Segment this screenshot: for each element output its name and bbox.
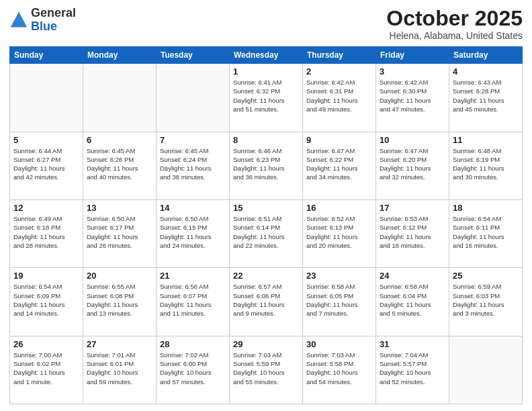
day-number: 2 xyxy=(306,66,372,77)
day-info: Sunrise: 6:50 AM Sunset: 6:15 PM Dayligh… xyxy=(160,214,226,250)
table-cell: 4Sunrise: 6:43 AM Sunset: 6:28 PM Daylig… xyxy=(449,64,523,132)
table-cell: 13Sunrise: 6:50 AM Sunset: 6:17 PM Dayli… xyxy=(83,199,157,267)
day-info: Sunrise: 7:01 AM Sunset: 6:01 PM Dayligh… xyxy=(87,351,152,386)
table-cell: 7Sunrise: 6:45 AM Sunset: 6:24 PM Daylig… xyxy=(157,132,230,199)
table-cell: 26Sunrise: 7:00 AM Sunset: 6:02 PM Dayli… xyxy=(10,336,83,404)
day-info: Sunrise: 6:54 AM Sunset: 6:11 PM Dayligh… xyxy=(453,214,519,250)
table-cell xyxy=(157,64,230,132)
table-cell: 29Sunrise: 7:03 AM Sunset: 5:59 PM Dayli… xyxy=(230,336,303,404)
table-cell: 3Sunrise: 6:42 AM Sunset: 6:30 PM Daylig… xyxy=(376,64,449,132)
table-cell: 15Sunrise: 6:51 AM Sunset: 6:14 PM Dayli… xyxy=(230,199,303,267)
day-info: Sunrise: 6:50 AM Sunset: 6:17 PM Dayligh… xyxy=(87,214,152,250)
day-info: Sunrise: 6:44 AM Sunset: 6:27 PM Dayligh… xyxy=(13,146,79,182)
day-number: 16 xyxy=(306,203,372,213)
month-title: October 2025 xyxy=(386,7,523,30)
logo: General Blue xyxy=(9,7,76,34)
day-info: Sunrise: 7:02 AM Sunset: 6:00 PM Dayligh… xyxy=(160,351,226,386)
day-info: Sunrise: 6:58 AM Sunset: 6:04 PM Dayligh… xyxy=(380,282,445,318)
table-cell xyxy=(449,336,523,404)
day-number: 13 xyxy=(87,203,152,213)
day-info: Sunrise: 6:47 AM Sunset: 6:20 PM Dayligh… xyxy=(380,146,445,182)
day-info: Sunrise: 6:45 AM Sunset: 6:26 PM Dayligh… xyxy=(87,146,152,182)
header: General Blue October 2025 Helena, Alabam… xyxy=(9,7,523,41)
table-cell: 1Sunrise: 6:41 AM Sunset: 6:32 PM Daylig… xyxy=(230,64,303,132)
location: Helena, Alabama, United States xyxy=(386,30,523,41)
page: General Blue October 2025 Helena, Alabam… xyxy=(0,0,532,411)
day-number: 8 xyxy=(233,135,299,145)
day-number: 19 xyxy=(13,271,79,281)
day-info: Sunrise: 6:43 AM Sunset: 6:28 PM Dayligh… xyxy=(453,78,519,113)
table-cell: 22Sunrise: 6:57 AM Sunset: 6:06 PM Dayli… xyxy=(230,268,303,336)
day-number: 25 xyxy=(453,271,519,281)
day-info: Sunrise: 6:46 AM Sunset: 6:23 PM Dayligh… xyxy=(233,146,299,182)
day-number: 22 xyxy=(233,271,299,281)
day-info: Sunrise: 7:00 AM Sunset: 6:02 PM Dayligh… xyxy=(13,351,79,386)
day-number: 21 xyxy=(160,271,226,281)
day-number: 24 xyxy=(380,271,445,281)
day-number: 3 xyxy=(380,66,445,77)
day-info: Sunrise: 6:51 AM Sunset: 6:14 PM Dayligh… xyxy=(233,214,299,250)
logo-text: General Blue xyxy=(31,7,76,34)
day-number: 6 xyxy=(87,135,152,145)
table-cell: 8Sunrise: 6:46 AM Sunset: 6:23 PM Daylig… xyxy=(230,132,303,199)
day-number: 7 xyxy=(160,135,226,145)
table-cell: 2Sunrise: 6:42 AM Sunset: 6:31 PM Daylig… xyxy=(303,64,376,132)
logo-icon xyxy=(9,11,28,30)
table-cell: 16Sunrise: 6:52 AM Sunset: 6:13 PM Dayli… xyxy=(303,199,376,267)
day-number: 12 xyxy=(13,203,79,213)
table-cell: 9Sunrise: 6:47 AM Sunset: 6:22 PM Daylig… xyxy=(303,132,376,199)
col-sunday: Sunday xyxy=(10,47,83,64)
col-monday: Monday xyxy=(83,47,157,64)
calendar-table: Sunday Monday Tuesday Wednesday Thursday… xyxy=(9,46,523,404)
day-info: Sunrise: 6:53 AM Sunset: 6:12 PM Dayligh… xyxy=(380,214,445,250)
table-cell xyxy=(83,64,157,132)
day-number: 29 xyxy=(233,339,299,349)
day-info: Sunrise: 6:47 AM Sunset: 6:22 PM Dayligh… xyxy=(306,146,372,182)
day-number: 31 xyxy=(380,339,445,349)
table-cell: 24Sunrise: 6:58 AM Sunset: 6:04 PM Dayli… xyxy=(376,268,449,336)
table-cell: 27Sunrise: 7:01 AM Sunset: 6:01 PM Dayli… xyxy=(83,336,157,404)
day-info: Sunrise: 6:41 AM Sunset: 6:32 PM Dayligh… xyxy=(233,78,299,113)
col-friday: Friday xyxy=(376,47,449,64)
day-info: Sunrise: 6:45 AM Sunset: 6:24 PM Dayligh… xyxy=(160,146,226,182)
day-info: Sunrise: 7:03 AM Sunset: 5:59 PM Dayligh… xyxy=(233,351,299,386)
day-number: 10 xyxy=(380,135,445,145)
col-thursday: Thursday xyxy=(303,47,376,64)
day-info: Sunrise: 6:58 AM Sunset: 6:05 PM Dayligh… xyxy=(306,282,372,318)
table-cell: 18Sunrise: 6:54 AM Sunset: 6:11 PM Dayli… xyxy=(449,199,523,267)
day-number: 18 xyxy=(453,203,519,213)
day-info: Sunrise: 7:03 AM Sunset: 5:58 PM Dayligh… xyxy=(306,351,372,386)
day-info: Sunrise: 6:49 AM Sunset: 6:18 PM Dayligh… xyxy=(13,214,79,250)
day-info: Sunrise: 6:55 AM Sunset: 6:08 PM Dayligh… xyxy=(87,282,152,318)
day-info: Sunrise: 6:42 AM Sunset: 6:31 PM Dayligh… xyxy=(306,78,372,113)
table-cell: 20Sunrise: 6:55 AM Sunset: 6:08 PM Dayli… xyxy=(83,268,157,336)
day-number: 9 xyxy=(306,135,372,145)
day-number: 20 xyxy=(87,271,152,281)
day-number: 23 xyxy=(306,271,372,281)
col-saturday: Saturday xyxy=(449,47,523,64)
day-number: 17 xyxy=(380,203,445,213)
day-number: 14 xyxy=(160,203,226,213)
col-tuesday: Tuesday xyxy=(157,47,230,64)
table-cell: 31Sunrise: 7:04 AM Sunset: 5:57 PM Dayli… xyxy=(376,336,449,404)
table-cell: 5Sunrise: 6:44 AM Sunset: 6:27 PM Daylig… xyxy=(10,132,83,199)
day-info: Sunrise: 7:04 AM Sunset: 5:57 PM Dayligh… xyxy=(380,351,445,386)
day-info: Sunrise: 6:54 AM Sunset: 6:09 PM Dayligh… xyxy=(13,282,79,318)
day-number: 27 xyxy=(87,339,152,349)
table-cell: 19Sunrise: 6:54 AM Sunset: 6:09 PM Dayli… xyxy=(10,268,83,336)
table-cell: 6Sunrise: 6:45 AM Sunset: 6:26 PM Daylig… xyxy=(83,132,157,199)
col-wednesday: Wednesday xyxy=(230,47,303,64)
table-cell: 30Sunrise: 7:03 AM Sunset: 5:58 PM Dayli… xyxy=(303,336,376,404)
logo-general: General xyxy=(31,6,76,19)
day-number: 11 xyxy=(453,135,519,145)
day-number: 5 xyxy=(13,135,79,145)
table-cell: 10Sunrise: 6:47 AM Sunset: 6:20 PM Dayli… xyxy=(376,132,449,199)
day-number: 26 xyxy=(13,339,79,349)
table-cell: 21Sunrise: 6:56 AM Sunset: 6:07 PM Dayli… xyxy=(157,268,230,336)
day-number: 28 xyxy=(160,339,226,349)
logo-blue: Blue xyxy=(31,19,57,33)
table-cell xyxy=(10,64,83,132)
title-block: October 2025 Helena, Alabama, United Sta… xyxy=(386,7,523,41)
day-number: 15 xyxy=(233,203,299,213)
day-number: 4 xyxy=(453,66,519,77)
